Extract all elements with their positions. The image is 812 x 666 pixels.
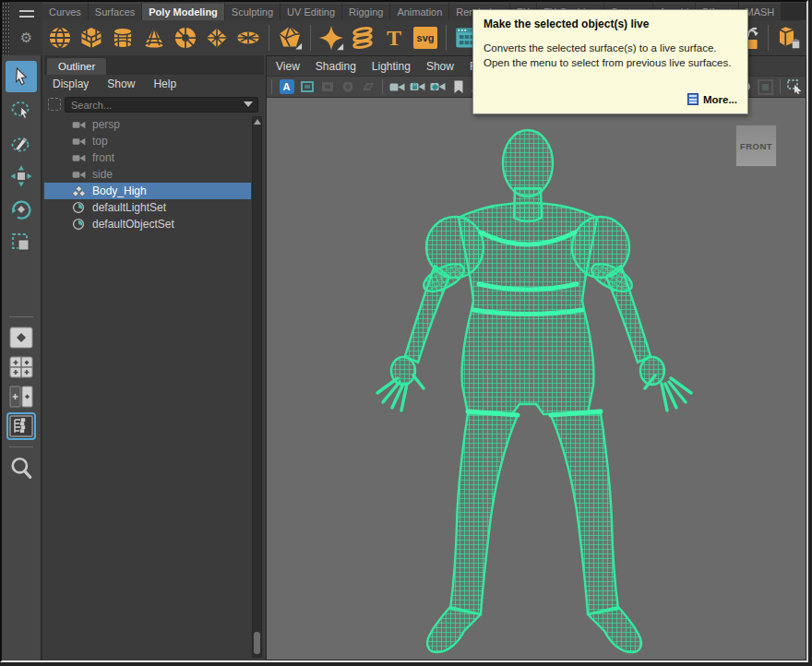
tab-poly-modeling[interactable]: Poly Modeling (142, 3, 224, 20)
viewport-menu-view[interactable]: View (276, 60, 300, 73)
super-shape-icon[interactable] (317, 24, 345, 52)
layout-single-pane[interactable] (8, 326, 34, 350)
chevron-down-icon[interactable] (244, 101, 253, 107)
tab-surfaces[interactable]: Surfaces (89, 3, 141, 20)
tooltip-body: Converts the selected surface(s) to a li… (484, 41, 737, 70)
gear-icon[interactable]: ⚙ (20, 30, 32, 44)
type-tool-icon[interactable]: T (380, 24, 408, 52)
maya-window: ⚙ Curves Surfaces Poly Modeling Sculptin… (0, 0, 808, 662)
outliner-item-front[interactable]: front (44, 149, 251, 166)
viewport-menu-show[interactable]: Show (426, 60, 454, 73)
model-body-high-wireframe[interactable] (363, 120, 706, 657)
camera-icon (72, 169, 86, 180)
tooltip-more-label: More... (703, 94, 737, 105)
outliner-item-label: defaultLightSet (92, 201, 166, 214)
zoom-search[interactable] (8, 456, 34, 480)
marquee-select-icon[interactable] (787, 79, 803, 95)
outliner-item-body-high[interactable]: Body_High (44, 183, 251, 199)
select-by-letter-icon[interactable]: A (279, 79, 294, 95)
bookmark-icon[interactable] (450, 79, 466, 95)
type-box-icon[interactable] (775, 24, 803, 52)
outliner-scrollbar[interactable] (252, 116, 262, 658)
shelf-separator (310, 25, 311, 51)
outliner-menu-display[interactable]: Display (53, 77, 89, 90)
shelf-menu-icon[interactable] (19, 10, 34, 18)
camera-attributes-icon[interactable] (430, 79, 446, 95)
tab-sculpting[interactable]: Sculpting (225, 3, 280, 20)
outliner-item-label: side (92, 168, 113, 181)
platonic-solid-icon[interactable] (276, 24, 304, 52)
outliner-item-label: top (92, 135, 108, 148)
viewport-menu-shading[interactable]: Shading (316, 60, 356, 73)
poly-cylinder-icon[interactable] (109, 24, 137, 52)
layout-four-pane[interactable] (8, 355, 34, 379)
search-input[interactable] (65, 97, 258, 113)
gate-mask-icon[interactable] (319, 79, 335, 95)
scale-tool[interactable] (6, 227, 37, 258)
outliner-item-label: Body_High (92, 184, 147, 197)
toolbar-separator (382, 79, 383, 94)
shelf-separator (768, 25, 769, 51)
poly-cube-icon[interactable] (78, 24, 105, 52)
tooltip-make-live: Make the selected object(s) live Convert… (472, 9, 748, 114)
poly-disc-icon[interactable] (234, 24, 262, 52)
selection-filter-icon[interactable] (48, 98, 61, 111)
tab-curves[interactable]: Curves (42, 3, 88, 20)
outliner-item-side[interactable]: side (44, 166, 251, 183)
viewport-menu-lighting[interactable]: Lighting (372, 60, 411, 73)
paint-select-tool[interactable] (6, 127, 37, 159)
toolbar-separator (780, 79, 781, 94)
isolate-square-icon[interactable] (758, 79, 773, 95)
tooltip-more[interactable]: More... (687, 93, 737, 105)
helix-icon[interactable] (349, 24, 376, 52)
shelf-left-column: ⚙ (10, 2, 42, 55)
object-set-icon (72, 202, 86, 213)
outliner-search-row (44, 93, 264, 115)
outliner-item-label: front (92, 151, 114, 164)
viewport-panel: View Shading Lighting Show Renderer A (266, 55, 806, 660)
camera-icon[interactable] (389, 79, 405, 95)
select-tool[interactable] (6, 61, 37, 92)
outliner-item-label: defaultObjectSet (92, 218, 174, 231)
object-set-icon (72, 219, 86, 230)
outliner-item-persp[interactable]: persp (44, 116, 251, 133)
layout-two-pane[interactable] (8, 385, 34, 409)
tab-animation[interactable]: Animation (390, 3, 448, 20)
film-gate-icon[interactable] (340, 79, 355, 95)
toolbox-separator (9, 446, 33, 447)
outliner-item-top[interactable]: top (44, 133, 251, 149)
toolbox-separator (9, 316, 33, 317)
outliner-menu-help[interactable]: Help (153, 77, 176, 90)
svg-tool-icon[interactable]: svg (412, 24, 439, 52)
outliner-menu-show[interactable]: Show (107, 77, 135, 90)
outliner-menubar: Display Show Help (44, 75, 264, 93)
resolution-gate-icon[interactable] (299, 79, 315, 95)
poly-mesh-icon (72, 185, 86, 196)
outliner-item-default-light-set[interactable]: defaultLightSet (44, 199, 251, 216)
shelf-grip-handle[interactable] (2, 2, 10, 55)
move-tool[interactable] (6, 161, 37, 192)
rotate-tool[interactable] (6, 194, 37, 225)
toolbox (2, 55, 42, 660)
scroll-up-icon[interactable] (254, 119, 261, 125)
poly-torus-icon[interactable] (172, 24, 199, 52)
tab-uv-editing[interactable]: UV Editing (281, 3, 341, 20)
poly-cone-icon[interactable] (140, 24, 168, 52)
shelf-separator (446, 25, 447, 51)
tab-rigging[interactable]: Rigging (342, 3, 389, 20)
scrollbar-thumb[interactable] (254, 632, 260, 654)
outliner-item-default-object-set[interactable]: defaultObjectSet (44, 216, 251, 232)
toolbar-separator (271, 79, 272, 94)
safe-display-icon[interactable] (360, 79, 376, 95)
camera-lock-icon[interactable] (410, 79, 425, 95)
view-orientation-label: FRONT (735, 125, 777, 167)
viewport-canvas[interactable]: FRONT (267, 100, 806, 660)
outliner-tab[interactable]: Outliner (47, 58, 106, 75)
outliner-list: persp top front side Body_High defaultLi… (44, 116, 251, 660)
poly-sphere-icon[interactable] (46, 24, 74, 52)
layout-outliner-persp[interactable] (8, 414, 34, 438)
poly-plane-icon[interactable] (203, 24, 231, 52)
camera-icon (72, 152, 86, 163)
outliner-tabstrip: Outliner (44, 55, 264, 75)
lasso-select-tool[interactable] (6, 94, 37, 125)
